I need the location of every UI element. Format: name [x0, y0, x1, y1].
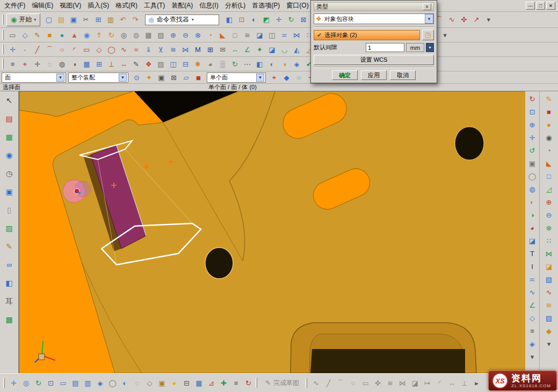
- snap-end-icon[interactable]: ⌖: [268, 71, 280, 83]
- polygon-icon[interactable]: ◇: [93, 43, 105, 55]
- face-rule-icon[interactable]: ▱: [180, 71, 192, 83]
- front-view-icon[interactable]: ▭: [57, 377, 69, 389]
- materials-icon[interactable]: ▨: [2, 222, 16, 235]
- immediate-hide-icon[interactable]: ◍: [56, 58, 68, 70]
- move-object-icon[interactable]: ✛: [31, 58, 44, 70]
- side-view-icon[interactable]: ▥: [82, 377, 94, 389]
- letter-t-icon[interactable]: T: [526, 248, 538, 259]
- split-body-icon[interactable]: ◫: [266, 29, 278, 41]
- magnet-icon[interactable]: ⊿: [205, 377, 218, 389]
- redo-icon[interactable]: ↷: [129, 14, 141, 26]
- split-screen-icon[interactable]: ◧: [223, 14, 235, 26]
- more-icon[interactable]: ▾: [526, 351, 538, 362]
- copy-icon[interactable]: ⊞: [92, 14, 104, 26]
- offset-curve-icon[interactable]: ≋: [384, 377, 396, 389]
- perspective-icon[interactable]: ◇: [143, 377, 156, 389]
- layers-icon[interactable]: ≡: [230, 377, 242, 389]
- pattern-icon[interactable]: ∷: [543, 235, 555, 246]
- more-icon[interactable]: ▾: [543, 338, 555, 350]
- unite-icon[interactable]: ⊕: [543, 196, 555, 208]
- pan-icon[interactable]: ✛: [8, 377, 20, 389]
- text-tool-icon[interactable]: M: [192, 43, 204, 55]
- angle-icon[interactable]: ∠: [526, 299, 538, 311]
- extrude-icon[interactable]: ⇑: [93, 29, 105, 41]
- undo-icon[interactable]: ↶: [117, 14, 129, 26]
- finish-sketch-button[interactable]: ✎ 完成草图: [265, 379, 299, 388]
- start-button[interactable]: ◉ 开始 ▾: [6, 13, 40, 26]
- toolbar-grip[interactable]: [3, 378, 5, 388]
- rectangle-icon[interactable]: ▭: [359, 377, 372, 389]
- more-tools-icon[interactable]: ▾: [482, 14, 495, 26]
- graphics-window[interactable]: [19, 91, 525, 373]
- pad-icon[interactable]: ▧: [155, 29, 167, 41]
- zoom-in-icon[interactable]: ⊕: [526, 119, 538, 130]
- envelope-icon[interactable]: ✉: [216, 43, 229, 55]
- constraint-icon[interactable]: ⊥: [105, 58, 118, 70]
- new-icon[interactable]: ▢: [42, 14, 55, 26]
- iso-view-icon[interactable]: ◈: [94, 377, 106, 389]
- ruled-icon[interactable]: ▨: [543, 312, 555, 324]
- intersection-curve-icon[interactable]: ⊻: [155, 43, 167, 55]
- general-selection-filter-icon[interactable]: ⊙: [131, 71, 143, 83]
- toolbar-grip[interactable]: [2, 45, 4, 54]
- thicken-icon[interactable]: ▧: [543, 273, 555, 285]
- visualize-icon[interactable]: ◐: [266, 58, 278, 70]
- menu-insert[interactable]: 插入(S): [84, 0, 112, 11]
- revolve-icon[interactable]: ↻: [105, 29, 118, 41]
- point-icon[interactable]: ✜: [372, 377, 384, 389]
- view-manager-icon[interactable]: ◉: [2, 149, 16, 162]
- mirror-icon[interactable]: ⋈: [543, 248, 555, 259]
- type-filter-combo[interactable]: 面 ▼: [2, 72, 66, 83]
- boss-icon[interactable]: ◍: [130, 29, 142, 41]
- mirror-curve-icon[interactable]: ⋈: [396, 377, 409, 389]
- more-features-icon[interactable]: ▾: [439, 29, 451, 41]
- clip-icon[interactable]: ⊟: [179, 58, 192, 70]
- open-icon[interactable]: ▤: [55, 14, 67, 26]
- highlight-icon[interactable]: ✦: [143, 71, 155, 83]
- close-button[interactable]: ✕: [546, 2, 555, 10]
- toolbar-grip[interactable]: [306, 378, 307, 388]
- edit-display-icon[interactable]: ◑: [68, 58, 81, 70]
- sketch-icon[interactable]: ✎: [543, 93, 555, 105]
- fillet-icon[interactable]: ◜: [433, 377, 446, 389]
- unite-icon[interactable]: ⊕: [167, 29, 179, 41]
- toolbar-grip[interactable]: [2, 59, 4, 69]
- wcs-icon[interactable]: ⌖: [19, 58, 31, 70]
- notes-icon[interactable]: ▯: [2, 204, 16, 216]
- sketch-icon[interactable]: ✎: [31, 29, 44, 41]
- paste-icon[interactable]: ▥: [104, 14, 117, 26]
- gap-value-input[interactable]: [366, 43, 404, 52]
- wireframe-icon[interactable]: ◯: [526, 170, 538, 182]
- pocket-icon[interactable]: ▦: [142, 29, 155, 41]
- snap-center-icon[interactable]: ○: [293, 71, 305, 83]
- menu-edit[interactable]: 编辑(E): [28, 0, 56, 11]
- intersect-icon[interactable]: ⊗: [192, 29, 204, 41]
- type-combo[interactable]: ❖ 对象包容块 ▼: [314, 13, 434, 24]
- studio-render-icon[interactable]: ◑: [526, 209, 538, 221]
- section-analysis-icon[interactable]: ◪: [266, 43, 278, 55]
- measure-angle-icon[interactable]: ∠: [241, 43, 253, 55]
- menu-window[interactable]: 窗口(O): [283, 0, 311, 11]
- through-curves-icon[interactable]: ≋: [543, 299, 555, 311]
- toolbar-grip[interactable]: [256, 378, 257, 388]
- toolbar-grip[interactable]: [2, 15, 4, 25]
- selection-mode-combo[interactable]: 单个面 ▼: [207, 72, 266, 83]
- sweep-icon[interactable]: ∿: [543, 286, 555, 298]
- curvature-icon[interactable]: ◡: [278, 43, 291, 55]
- layer-settings-icon[interactable]: ≡: [6, 58, 19, 70]
- snapshot-icon[interactable]: ▣: [526, 157, 538, 169]
- pan-icon[interactable]: ✛: [272, 14, 285, 26]
- ruler-icon[interactable]: ≍: [526, 273, 538, 285]
- cylinder-icon[interactable]: ●: [56, 29, 68, 41]
- chamfer-icon[interactable]: ◣: [216, 29, 229, 41]
- arrow-icon[interactable]: ↗: [470, 14, 482, 26]
- rotate-icon[interactable]: ↻: [32, 377, 45, 389]
- attach-icon[interactable]: ✚: [218, 377, 230, 389]
- datum-icon[interactable]: ◇: [526, 312, 538, 324]
- clip-section-icon[interactable]: ⊟: [180, 377, 193, 389]
- edge-blend-icon[interactable]: ◔: [204, 29, 216, 41]
- inside-only-icon[interactable]: ▣: [155, 71, 168, 83]
- quick-extend-icon[interactable]: ↦: [421, 377, 433, 389]
- analysis-icon[interactable]: ✦: [253, 43, 266, 55]
- grid-icon[interactable]: ▦: [193, 377, 205, 389]
